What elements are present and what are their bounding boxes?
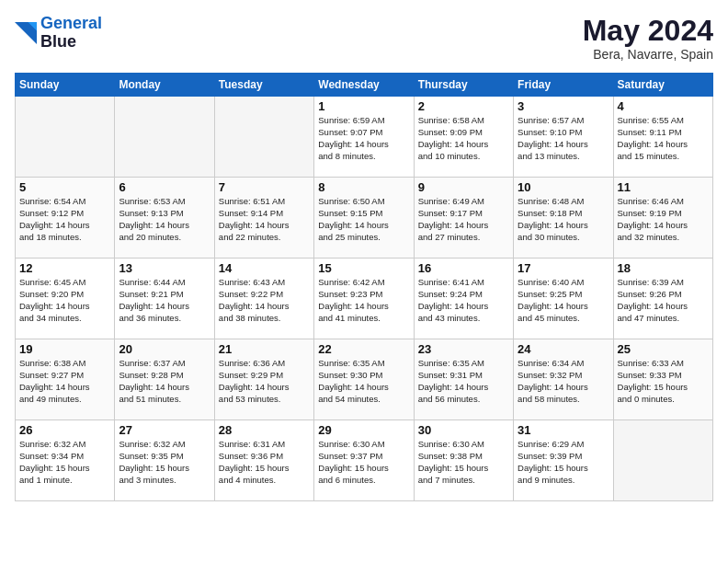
calendar-cell: 17Sunrise: 6:40 AM Sunset: 9:25 PM Dayli… bbox=[514, 259, 613, 339]
calendar-cell: 12Sunrise: 6:45 AM Sunset: 9:20 PM Dayli… bbox=[16, 259, 115, 339]
calendar-cell: 18Sunrise: 6:39 AM Sunset: 9:26 PM Dayli… bbox=[613, 259, 712, 339]
calendar-cell: 9Sunrise: 6:49 AM Sunset: 9:17 PM Daylig… bbox=[414, 178, 513, 259]
day-number: 30 bbox=[418, 423, 509, 437]
calendar-cell: 26Sunrise: 6:32 AM Sunset: 9:34 PM Dayli… bbox=[16, 420, 115, 501]
title-block: May 2024 Bera, Navarre, Spain bbox=[583, 15, 713, 62]
calendar-cell: 11Sunrise: 6:46 AM Sunset: 9:19 PM Dayli… bbox=[613, 178, 712, 259]
calendar-cell: 29Sunrise: 6:30 AM Sunset: 9:37 PM Dayli… bbox=[314, 420, 414, 501]
weekday-header-row: SundayMondayTuesdayWednesdayThursdayFrid… bbox=[16, 74, 713, 97]
calendar-cell bbox=[16, 97, 115, 178]
day-info: Sunrise: 6:36 AM Sunset: 9:29 PM Dayligh… bbox=[219, 358, 310, 405]
calendar-cell bbox=[214, 97, 313, 178]
calendar-cell bbox=[613, 420, 712, 501]
day-number: 29 bbox=[318, 423, 409, 437]
weekday-header-saturday: Saturday bbox=[613, 74, 712, 97]
day-info: Sunrise: 6:35 AM Sunset: 9:30 PM Dayligh… bbox=[318, 358, 409, 405]
calendar-cell: 6Sunrise: 6:53 AM Sunset: 9:13 PM Daylig… bbox=[115, 178, 214, 259]
calendar-cell: 21Sunrise: 6:36 AM Sunset: 9:29 PM Dayli… bbox=[214, 339, 313, 420]
week-row-3: 12Sunrise: 6:45 AM Sunset: 9:20 PM Dayli… bbox=[16, 259, 713, 339]
calendar-cell: 20Sunrise: 6:37 AM Sunset: 9:28 PM Dayli… bbox=[115, 339, 214, 420]
day-info: Sunrise: 6:54 AM Sunset: 9:12 PM Dayligh… bbox=[19, 196, 110, 243]
calendar-cell: 8Sunrise: 6:50 AM Sunset: 9:15 PM Daylig… bbox=[314, 178, 414, 259]
day-number: 27 bbox=[119, 423, 210, 437]
weekday-header-friday: Friday bbox=[514, 74, 613, 97]
day-number: 14 bbox=[219, 261, 310, 275]
logo-text: General Blue bbox=[40, 15, 102, 52]
calendar-cell: 19Sunrise: 6:38 AM Sunset: 9:27 PM Dayli… bbox=[16, 339, 115, 420]
day-number: 15 bbox=[318, 261, 409, 275]
day-info: Sunrise: 6:29 AM Sunset: 9:39 PM Dayligh… bbox=[518, 439, 609, 486]
day-number: 17 bbox=[518, 261, 609, 275]
calendar-cell: 16Sunrise: 6:41 AM Sunset: 9:24 PM Dayli… bbox=[414, 259, 513, 339]
logo-icon bbox=[15, 22, 37, 44]
day-info: Sunrise: 6:51 AM Sunset: 9:14 PM Dayligh… bbox=[219, 196, 310, 243]
weekday-header-tuesday: Tuesday bbox=[214, 74, 313, 97]
calendar-cell: 28Sunrise: 6:31 AM Sunset: 9:36 PM Dayli… bbox=[214, 420, 313, 501]
day-number: 13 bbox=[119, 261, 210, 275]
calendar-cell: 14Sunrise: 6:43 AM Sunset: 9:22 PM Dayli… bbox=[214, 259, 313, 339]
calendar-cell: 15Sunrise: 6:42 AM Sunset: 9:23 PM Dayli… bbox=[314, 259, 414, 339]
day-number: 22 bbox=[318, 342, 409, 356]
day-info: Sunrise: 6:43 AM Sunset: 9:22 PM Dayligh… bbox=[219, 277, 310, 324]
day-number: 23 bbox=[418, 342, 509, 356]
day-info: Sunrise: 6:58 AM Sunset: 9:09 PM Dayligh… bbox=[418, 115, 509, 162]
day-info: Sunrise: 6:37 AM Sunset: 9:28 PM Dayligh… bbox=[119, 358, 210, 405]
day-number: 28 bbox=[219, 423, 310, 437]
page-header: General Blue May 2024 Bera, Navarre, Spa… bbox=[15, 15, 713, 62]
weekday-header-sunday: Sunday bbox=[16, 74, 115, 97]
day-info: Sunrise: 6:41 AM Sunset: 9:24 PM Dayligh… bbox=[418, 277, 509, 324]
week-row-4: 19Sunrise: 6:38 AM Sunset: 9:27 PM Dayli… bbox=[16, 339, 713, 420]
day-info: Sunrise: 6:40 AM Sunset: 9:25 PM Dayligh… bbox=[518, 277, 609, 324]
calendar-cell: 27Sunrise: 6:32 AM Sunset: 9:35 PM Dayli… bbox=[115, 420, 214, 501]
day-info: Sunrise: 6:30 AM Sunset: 9:38 PM Dayligh… bbox=[418, 439, 509, 486]
calendar-cell: 4Sunrise: 6:55 AM Sunset: 9:11 PM Daylig… bbox=[613, 97, 712, 178]
calendar-cell: 7Sunrise: 6:51 AM Sunset: 9:14 PM Daylig… bbox=[214, 178, 313, 259]
day-number: 9 bbox=[418, 180, 509, 194]
day-info: Sunrise: 6:49 AM Sunset: 9:17 PM Dayligh… bbox=[418, 196, 509, 243]
weekday-header-thursday: Thursday bbox=[414, 74, 513, 97]
day-number: 3 bbox=[518, 99, 609, 113]
day-info: Sunrise: 6:42 AM Sunset: 9:23 PM Dayligh… bbox=[318, 277, 409, 324]
week-row-1: 1Sunrise: 6:59 AM Sunset: 9:07 PM Daylig… bbox=[16, 97, 713, 178]
day-number: 7 bbox=[219, 180, 310, 194]
day-number: 6 bbox=[119, 180, 210, 194]
calendar-cell: 2Sunrise: 6:58 AM Sunset: 9:09 PM Daylig… bbox=[414, 97, 513, 178]
day-info: Sunrise: 6:31 AM Sunset: 9:36 PM Dayligh… bbox=[219, 439, 310, 486]
calendar-cell: 22Sunrise: 6:35 AM Sunset: 9:30 PM Dayli… bbox=[314, 339, 414, 420]
day-number: 20 bbox=[119, 342, 210, 356]
day-info: Sunrise: 6:30 AM Sunset: 9:37 PM Dayligh… bbox=[318, 439, 409, 486]
calendar-cell: 13Sunrise: 6:44 AM Sunset: 9:21 PM Dayli… bbox=[115, 259, 214, 339]
day-number: 19 bbox=[19, 342, 110, 356]
day-number: 4 bbox=[618, 99, 709, 113]
day-info: Sunrise: 6:48 AM Sunset: 9:18 PM Dayligh… bbox=[518, 196, 609, 243]
day-number: 1 bbox=[318, 99, 409, 113]
day-info: Sunrise: 6:45 AM Sunset: 9:20 PM Dayligh… bbox=[19, 277, 110, 324]
day-info: Sunrise: 6:46 AM Sunset: 9:19 PM Dayligh… bbox=[618, 196, 709, 243]
day-info: Sunrise: 6:44 AM Sunset: 9:21 PM Dayligh… bbox=[119, 277, 210, 324]
logo: General Blue bbox=[15, 15, 102, 52]
day-info: Sunrise: 6:35 AM Sunset: 9:31 PM Dayligh… bbox=[418, 358, 509, 405]
day-number: 16 bbox=[418, 261, 509, 275]
day-number: 18 bbox=[618, 261, 709, 275]
day-info: Sunrise: 6:34 AM Sunset: 9:32 PM Dayligh… bbox=[518, 358, 609, 405]
day-info: Sunrise: 6:59 AM Sunset: 9:07 PM Dayligh… bbox=[318, 115, 409, 162]
day-number: 8 bbox=[318, 180, 409, 194]
calendar-cell: 25Sunrise: 6:33 AM Sunset: 9:33 PM Dayli… bbox=[613, 339, 712, 420]
day-info: Sunrise: 6:33 AM Sunset: 9:33 PM Dayligh… bbox=[618, 358, 709, 405]
calendar-cell: 24Sunrise: 6:34 AM Sunset: 9:32 PM Dayli… bbox=[514, 339, 613, 420]
weekday-header-monday: Monday bbox=[115, 74, 214, 97]
day-info: Sunrise: 6:32 AM Sunset: 9:34 PM Dayligh… bbox=[19, 439, 110, 486]
week-row-2: 5Sunrise: 6:54 AM Sunset: 9:12 PM Daylig… bbox=[16, 178, 713, 259]
month-title: May 2024 bbox=[583, 15, 713, 47]
location: Bera, Navarre, Spain bbox=[583, 47, 713, 62]
day-info: Sunrise: 6:55 AM Sunset: 9:11 PM Dayligh… bbox=[618, 115, 709, 162]
day-info: Sunrise: 6:39 AM Sunset: 9:26 PM Dayligh… bbox=[618, 277, 709, 324]
week-row-5: 26Sunrise: 6:32 AM Sunset: 9:34 PM Dayli… bbox=[16, 420, 713, 501]
day-info: Sunrise: 6:57 AM Sunset: 9:10 PM Dayligh… bbox=[518, 115, 609, 162]
day-number: 2 bbox=[418, 99, 509, 113]
calendar-cell: 30Sunrise: 6:30 AM Sunset: 9:38 PM Dayli… bbox=[414, 420, 513, 501]
day-number: 21 bbox=[219, 342, 310, 356]
day-info: Sunrise: 6:53 AM Sunset: 9:13 PM Dayligh… bbox=[119, 196, 210, 243]
day-number: 24 bbox=[518, 342, 609, 356]
calendar-cell: 23Sunrise: 6:35 AM Sunset: 9:31 PM Dayli… bbox=[414, 339, 513, 420]
